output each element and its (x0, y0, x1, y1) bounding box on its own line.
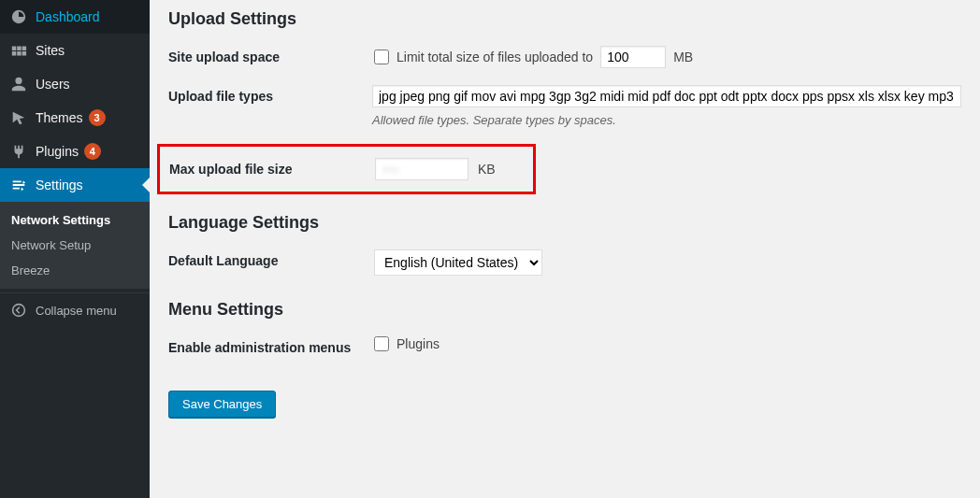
admin-sidebar: Dashboard Sites Users Themes 3 Plugins 4… (0, 0, 150, 498)
submenu-label: Breeze (11, 263, 50, 277)
enable-admin-menus-label: Enable administration menus (168, 336, 374, 355)
plugins-icon (9, 142, 28, 161)
save-changes-button[interactable]: Save Changes (168, 391, 276, 418)
sidebar-item-label: Sites (36, 43, 65, 58)
plugins-badge: 4 (84, 143, 101, 160)
collapse-icon (9, 301, 28, 320)
max-upload-row: Max upload file size KB (169, 158, 524, 180)
max-upload-label: Max upload file size (169, 158, 375, 177)
sidebar-submenu: Network Settings Network Setup Breeze (0, 202, 150, 289)
max-upload-highlight: Max upload file size KB (157, 144, 536, 194)
users-icon (9, 75, 28, 93)
sidebar-item-label: Users (36, 77, 70, 92)
sites-icon (9, 41, 28, 60)
themes-icon (9, 108, 28, 127)
sidebar-item-plugins[interactable]: Plugins 4 (0, 135, 150, 168)
enable-plugins-checkbox[interactable] (374, 336, 389, 351)
limit-upload-label: Limit total size of files uploaded to (396, 50, 593, 64)
sidebar-item-users[interactable]: Users (0, 67, 150, 101)
site-upload-space-label: Site upload space (168, 46, 374, 64)
sidebar-item-sites[interactable]: Sites (0, 34, 150, 67)
submenu-breeze[interactable]: Breeze (0, 258, 150, 283)
collapse-label: Collapse menu (36, 304, 117, 318)
default-language-select[interactable]: English (United States) (374, 249, 542, 276)
enable-plugins-label: Plugins (396, 336, 440, 351)
dashboard-icon (9, 7, 28, 26)
sidebar-item-themes[interactable]: Themes 3 (0, 101, 150, 135)
sidebar-item-label: Themes (36, 110, 83, 125)
upload-settings-heading: Upload Settings (168, 9, 961, 29)
upload-file-types-row: Upload file types Allowed file types. Se… (168, 85, 961, 127)
default-language-row: Default Language English (United States) (168, 249, 961, 276)
main-content: Upload Settings Site upload space Limit … (150, 0, 980, 498)
submenu-label: Network Setup (11, 238, 91, 252)
menu-settings-heading: Menu Settings (168, 300, 961, 320)
submenu-label: Network Settings (11, 213, 110, 227)
site-upload-space-row: Site upload space Limit total size of fi… (168, 46, 961, 68)
svg-point-0 (13, 305, 25, 317)
enable-admin-menus-row: Enable administration menus Plugins (168, 336, 961, 355)
sidebar-item-label: Dashboard (36, 9, 100, 24)
sidebar-item-label: Plugins (36, 144, 79, 159)
sidebar-item-label: Settings (36, 178, 83, 192)
submenu-network-settings[interactable]: Network Settings (0, 207, 150, 233)
limit-upload-value-input[interactable] (600, 46, 666, 68)
collapse-menu[interactable]: Collapse menu (0, 292, 150, 327)
max-upload-input[interactable] (375, 158, 468, 180)
sidebar-item-dashboard[interactable]: Dashboard (0, 0, 150, 34)
default-language-label: Default Language (168, 249, 374, 268)
language-settings-heading: Language Settings (168, 213, 961, 233)
upload-file-types-label: Upload file types (168, 85, 372, 104)
settings-icon (9, 176, 28, 194)
limit-upload-unit: MB (673, 50, 693, 64)
upload-file-types-input[interactable] (372, 85, 961, 107)
sidebar-item-settings[interactable]: Settings (0, 168, 150, 202)
limit-upload-checkbox[interactable] (374, 50, 389, 64)
themes-badge: 3 (89, 109, 106, 126)
submenu-network-setup[interactable]: Network Setup (0, 233, 150, 258)
max-upload-unit: KB (478, 162, 496, 177)
upload-file-types-helper: Allowed file types. Separate types by sp… (372, 113, 961, 127)
